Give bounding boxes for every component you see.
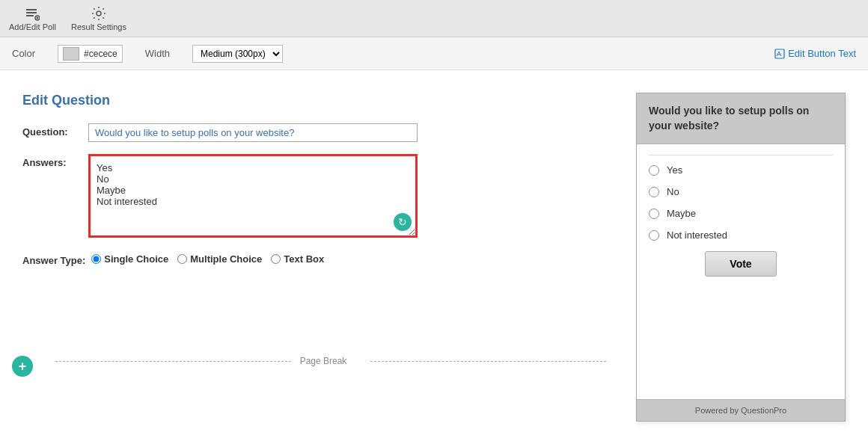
- color-swatch[interactable]: #cecece: [58, 45, 123, 63]
- edit-question-title: Edit Question: [22, 93, 606, 108]
- single-choice-radio[interactable]: [91, 254, 101, 264]
- edit-button-text-btn[interactable]: Edit Button Text: [774, 48, 856, 59]
- poll-header: Would you like to setup polls on your we…: [637, 93, 845, 144]
- poll-answer-label-2: No: [667, 186, 679, 197]
- poll-question-text: Would you like to setup polls on your we…: [649, 104, 833, 133]
- multiple-choice-option[interactable]: Multiple Choice: [177, 253, 262, 265]
- color-value: #cecece: [84, 49, 117, 59]
- svg-rect-0: [26, 9, 37, 10]
- poll-radio-3[interactable]: [649, 209, 659, 219]
- answer-type-label: Answer Type:: [22, 252, 85, 266]
- poll-answer-2: No: [649, 186, 833, 197]
- poll-answer-label-1: Yes: [667, 164, 682, 176]
- add-button[interactable]: +: [12, 356, 33, 377]
- text-box-label: Text Box: [284, 253, 324, 265]
- multiple-choice-radio[interactable]: [177, 254, 187, 264]
- toolbar: Add/Edit Poll Result Settings: [0, 0, 868, 37]
- page-break-line-right: [370, 361, 606, 362]
- poll-radio-4[interactable]: [649, 230, 659, 241]
- add-edit-poll-btn[interactable]: Add/Edit Poll: [9, 6, 56, 31]
- swatch-box: [63, 47, 79, 61]
- svg-rect-2: [26, 15, 34, 16]
- poll-footer: Powered by QuestionPro: [637, 399, 845, 421]
- page-break-area: + Page Break: [22, 356, 606, 366]
- poll-answer-label-3: Maybe: [667, 208, 696, 219]
- answers-wrapper: Yes No Maybe Not interested ↻: [88, 154, 418, 240]
- poll-divider: [649, 155, 833, 155]
- page-break-line-row: Page Break: [40, 356, 606, 366]
- poll-answer-label-4: Not interested: [667, 229, 727, 241]
- result-settings-btn[interactable]: Result Settings: [71, 6, 126, 31]
- answers-textarea[interactable]: Yes No Maybe Not interested: [88, 154, 418, 238]
- edit-section: Edit Question Question: Answers: Yes No …: [22, 93, 636, 422]
- page-break-label: Page Break: [291, 356, 356, 366]
- vote-btn-row: Vote: [649, 251, 833, 277]
- refresh-icon[interactable]: ↻: [394, 213, 412, 231]
- single-choice-option[interactable]: Single Choice: [91, 253, 168, 265]
- question-row: Question:: [22, 123, 606, 142]
- svg-rect-1: [26, 12, 37, 13]
- poll-preview: Would you like to setup polls on your we…: [636, 93, 846, 422]
- single-choice-label: Single Choice: [104, 253, 168, 265]
- add-icon: +: [19, 359, 27, 374]
- question-label: Question:: [22, 123, 82, 138]
- main-content: Edit Question Question: Answers: Yes No …: [0, 70, 868, 444]
- add-edit-poll-label: Add/Edit Poll: [9, 22, 56, 31]
- page-break-line-left: [55, 361, 291, 362]
- poll-answer-3: Maybe: [649, 208, 833, 219]
- answers-row: Answers: Yes No Maybe Not interested ↻: [22, 154, 606, 240]
- question-input[interactable]: [88, 123, 418, 142]
- width-select[interactable]: Small (200px) Medium (300px) Large (400p…: [192, 45, 283, 63]
- text-box-radio[interactable]: [271, 254, 281, 264]
- poll-answer-4: Not interested: [649, 229, 833, 241]
- vote-button[interactable]: Vote: [705, 251, 776, 277]
- settings-bar: Color #cecece Width Small (200px) Medium…: [0, 37, 868, 70]
- answer-type-row: Answer Type: Single Choice Multiple Choi…: [22, 252, 606, 266]
- width-label: Width: [145, 48, 170, 59]
- result-settings-label: Result Settings: [71, 22, 126, 31]
- edit-button-text-label: Edit Button Text: [788, 48, 856, 59]
- text-box-option[interactable]: Text Box: [271, 253, 324, 265]
- svg-point-6: [97, 11, 101, 16]
- multiple-choice-label: Multiple Choice: [190, 253, 262, 265]
- poll-radio-1[interactable]: [649, 165, 659, 176]
- poll-body: Yes No Maybe Not interested Vote: [637, 144, 845, 399]
- color-label: Color: [12, 48, 35, 59]
- poll-radio-2[interactable]: [649, 187, 659, 197]
- answers-label: Answers:: [22, 154, 82, 168]
- poll-answer-1: Yes: [649, 164, 833, 176]
